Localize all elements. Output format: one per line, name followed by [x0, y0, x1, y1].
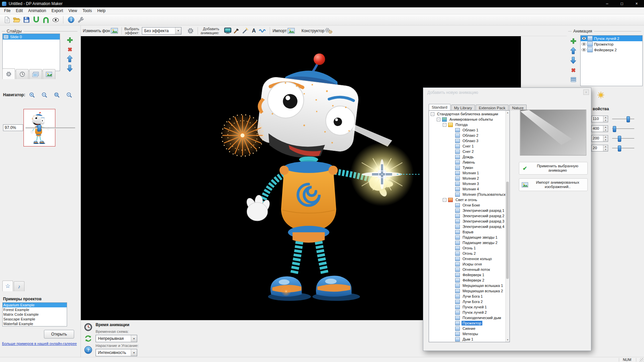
spin-up-icon[interactable]: ▲ — [603, 135, 608, 138]
menu-item[interactable]: File — [1, 8, 13, 14]
close-button[interactable]: × — [629, 0, 644, 7]
tree-item[interactable]: - Искры огня — [429, 261, 505, 267]
example-list-item[interactable]: Waterfall Example — [3, 321, 67, 326]
open-example-button[interactable]: Открыть — [44, 330, 74, 339]
tree-item[interactable]: - Электрический разряд 4 — [429, 224, 505, 229]
chevron-down-icon[interactable]: ▼ — [131, 349, 137, 356]
tree-item[interactable]: - Молния 2 — [429, 176, 505, 181]
slider-handle[interactable] — [618, 145, 621, 152]
tree-item[interactable]: - Огненное кольцо — [429, 256, 505, 261]
menu-item[interactable]: View — [66, 8, 80, 14]
tree-item[interactable]: - Взрыв — [429, 229, 505, 235]
help-icon[interactable] — [84, 346, 92, 354]
spin-down-icon[interactable]: ▼ — [603, 119, 608, 122]
zoom-fit-icon[interactable] — [53, 91, 60, 99]
property-spinbox[interactable]: 400 ▲ ▼ — [591, 125, 608, 132]
tree-item[interactable]: - Электрический разряд 3 — [429, 219, 505, 224]
tree-item[interactable]: - Дым 1 — [429, 337, 505, 342]
tree-expand-icon[interactable]: - — [443, 123, 446, 127]
tree-expand-icon[interactable]: - — [443, 198, 446, 202]
tree-item[interactable]: - Метеоры — [429, 331, 505, 337]
slider-handle[interactable] — [613, 126, 616, 132]
info-button[interactable] — [66, 15, 76, 24]
tree-item[interactable]: - Дождь — [429, 154, 505, 160]
spin-up-icon[interactable]: ▲ — [603, 116, 608, 119]
effect-select[interactable]: Без эффекта ▼ — [142, 27, 181, 35]
tree-item[interactable]: - Туман — [429, 165, 505, 170]
tree-item[interactable]: - Анимированные объекты — [429, 117, 505, 122]
minimize-button[interactable]: – — [600, 0, 614, 7]
scrollbar-thumb[interactable] — [506, 182, 509, 279]
tree-item[interactable]: - Падающие звезды 2 — [429, 240, 505, 245]
tree-item[interactable]: - Сияние — [429, 326, 505, 331]
tree-item[interactable]: - Облако 3 — [429, 138, 505, 143]
tree-item[interactable]: - Фейерверк 1 — [429, 272, 505, 278]
tab-timing[interactable] — [16, 69, 29, 79]
move-animation-up-button[interactable] — [570, 47, 577, 54]
tree-item[interactable]: - Огненный поток — [429, 267, 505, 272]
property-slider[interactable] — [612, 135, 634, 142]
tree-item[interactable]: - Молния (Пользовательская) — [429, 192, 505, 197]
zoom-actual-icon[interactable] — [65, 91, 73, 99]
scroll-down-icon[interactable]: ▼ — [506, 338, 509, 342]
tree-item[interactable]: - Пучок лучей 2 — [429, 310, 505, 315]
tree-item[interactable]: - Психоделический дым — [429, 315, 505, 320]
menu-item[interactable]: Animation — [25, 8, 49, 14]
tree-item[interactable]: - Снег 2 — [429, 149, 505, 154]
tree-item[interactable]: - Огонь 1 — [429, 245, 505, 251]
property-value[interactable]: 20 — [592, 145, 603, 151]
save-button[interactable] — [21, 15, 31, 24]
tree-item[interactable]: - Падающие звезды 1 — [429, 235, 505, 240]
slides-list[interactable]: Slide 0 — [2, 34, 60, 71]
property-spinbox[interactable]: 110 ▲ ▼ — [591, 116, 608, 122]
tab-music[interactable]: ♪ — [14, 281, 24, 291]
maximize-button[interactable]: □ — [614, 0, 629, 7]
constructor-button[interactable]: Конструктор — [302, 28, 324, 33]
move-slide-up-button[interactable] — [66, 55, 73, 62]
menu-item[interactable]: Tools — [80, 8, 95, 14]
property-value[interactable]: 200 — [592, 135, 603, 141]
tree-item[interactable]: - Электрический разряд 2 — [429, 213, 505, 219]
fade-select[interactable]: Интенсивность ▼ — [96, 349, 137, 356]
new-file-button[interactable] — [2, 15, 12, 24]
tab-add-image[interactable] — [43, 69, 55, 79]
zoom-slider-handle[interactable] — [38, 125, 41, 131]
online-gallery-link[interactable]: Больше примеров в нашей онлайн-галерее — [2, 342, 80, 346]
move-slide-down-button[interactable] — [66, 65, 73, 72]
property-value[interactable]: 110 — [592, 116, 603, 122]
tree-item[interactable]: - Мерцающая вспышка 1 — [429, 283, 505, 288]
background-image-icon[interactable] — [110, 26, 119, 35]
open-file-button[interactable] — [12, 15, 21, 24]
tree-item[interactable]: - Свет и огонь — [429, 197, 505, 202]
spin-down-icon[interactable]: ▼ — [603, 129, 608, 132]
dialog-tab[interactable]: Standard — [429, 104, 450, 111]
loop-icon[interactable] — [84, 335, 92, 343]
tree-item[interactable]: - Облако 1 — [429, 127, 505, 133]
visibility-eye-icon[interactable] — [582, 37, 586, 40]
animation-list[interactable]: Пучок лучей 2 Прожектор Фейерверк 2 — [580, 35, 643, 86]
tree-expand-icon[interactable]: - — [437, 118, 440, 121]
animation-list-item[interactable]: Фейерверк 2 — [581, 47, 642, 53]
add-wave-animation-button[interactable] — [258, 26, 267, 35]
tree-item[interactable]: - Прожектор — [429, 320, 505, 326]
undo-button[interactable] — [31, 15, 41, 24]
tab-animation-settings[interactable] — [2, 68, 15, 79]
tree-item[interactable]: - Молния 3 — [429, 181, 505, 186]
tree-item[interactable]: - Снег 1 — [429, 143, 505, 149]
menu-item[interactable]: Help — [95, 8, 108, 14]
animation-layers-button[interactable] — [570, 76, 577, 83]
apply-animation-button[interactable]: ✔ Применить выбранную анимацию — [519, 162, 588, 175]
import-images-button[interactable]: Импорт анимированных изображений.. — [519, 178, 588, 191]
tree-item[interactable]: - Облако 2 — [429, 133, 505, 138]
add-slide-button[interactable] — [66, 36, 73, 44]
visibility-eye-icon[interactable] — [582, 42, 586, 46]
redo-button[interactable] — [41, 15, 51, 24]
change-background-button[interactable]: Изменить фон — [83, 28, 110, 33]
scheme-select[interactable]: Непрерывная ▼ — [96, 335, 137, 342]
tab-slideshow[interactable] — [29, 69, 42, 79]
tree-item[interactable]: - Молния 1 — [429, 170, 505, 176]
zoom-value-box[interactable]: 97.0% — [3, 124, 23, 131]
tree-item[interactable]: - Лучи Бога 2 — [429, 299, 505, 304]
tree-item[interactable]: - Фейерверк 2 — [429, 278, 505, 283]
animation-list-item[interactable]: Прожектор — [581, 41, 642, 47]
